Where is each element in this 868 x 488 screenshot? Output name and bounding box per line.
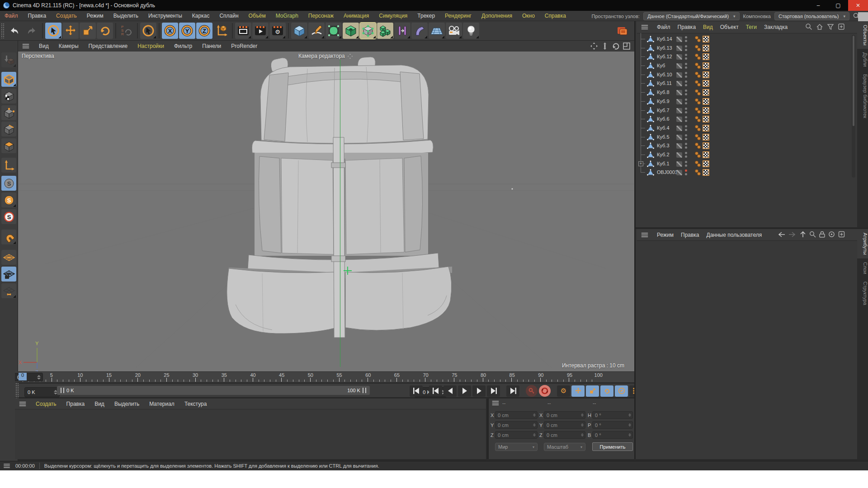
rotate-workplane-icon[interactable] bbox=[1, 283, 16, 298]
visibility-dots[interactable] bbox=[685, 143, 687, 149]
edit-state-icon[interactable] bbox=[676, 143, 682, 149]
move-tool-button[interactable] bbox=[62, 23, 79, 39]
uvw-tag-icon[interactable] bbox=[703, 125, 709, 131]
menu-item[interactable]: Файл bbox=[5, 13, 18, 19]
viewport-menu-item[interactable]: Вид bbox=[39, 43, 49, 49]
edit-state-icon[interactable] bbox=[676, 37, 682, 42]
visibility-dots[interactable] bbox=[685, 72, 687, 78]
object-name[interactable]: OBJ0001 bbox=[657, 169, 678, 175]
object-name[interactable]: Куб.14 bbox=[657, 36, 672, 42]
lock-y-axis-button[interactable]: Y bbox=[179, 23, 195, 39]
render-settings-button[interactable]: ⚙ bbox=[269, 23, 286, 39]
lock-workplane-icon[interactable] bbox=[1, 267, 16, 282]
phong-tag-icon[interactable] bbox=[694, 134, 701, 141]
home-icon[interactable] bbox=[816, 23, 823, 30]
render-to-picture-viewer-button[interactable] bbox=[252, 23, 269, 39]
go-to-end-button[interactable] bbox=[506, 385, 519, 397]
visibility-dots[interactable] bbox=[685, 116, 687, 122]
render-view-button[interactable] bbox=[235, 23, 251, 39]
visibility-dots[interactable] bbox=[685, 161, 687, 167]
phong-tag-icon[interactable] bbox=[694, 71, 701, 78]
uvw-tag-icon[interactable] bbox=[703, 151, 709, 158]
go-to-start-button[interactable] bbox=[410, 385, 423, 397]
polygon-object-icon[interactable] bbox=[647, 107, 654, 114]
object-name[interactable]: Куб.7 bbox=[657, 108, 670, 113]
visibility-dots[interactable] bbox=[685, 54, 687, 60]
object-manager-menu-icon[interactable] bbox=[642, 25, 648, 29]
phong-tag-icon[interactable] bbox=[694, 125, 701, 131]
object-row[interactable]: + Куб.4 bbox=[637, 124, 853, 133]
scale-z-field[interactable]: 0 cm bbox=[544, 431, 585, 439]
up-arrow-icon[interactable] bbox=[800, 231, 806, 238]
object-row[interactable]: + OBJ0001 bbox=[637, 168, 853, 177]
phong-tag-icon[interactable] bbox=[694, 116, 701, 122]
polygon-object-icon[interactable] bbox=[647, 36, 654, 42]
object-name[interactable]: Куб.10 bbox=[657, 72, 672, 77]
polygon-object-icon[interactable] bbox=[647, 142, 654, 149]
cloner-button[interactable] bbox=[377, 23, 393, 39]
visibility-dots[interactable] bbox=[685, 63, 687, 69]
menu-item[interactable]: Создать bbox=[56, 13, 77, 19]
object-row[interactable]: + Куб.14 bbox=[637, 35, 853, 44]
edit-state-icon[interactable] bbox=[676, 170, 682, 175]
object-row[interactable]: + Куб.7 bbox=[637, 106, 853, 115]
phong-tag-icon[interactable] bbox=[694, 151, 701, 158]
maximize-icon[interactable] bbox=[623, 42, 631, 50]
uvw-tag-icon[interactable] bbox=[703, 107, 709, 114]
object-name[interactable]: Куб.11 bbox=[657, 80, 672, 86]
viewport-menu-item[interactable]: Фильтр bbox=[174, 43, 192, 49]
rot-p-field[interactable]: 0 ° bbox=[592, 421, 633, 429]
object-name[interactable]: Куб.9 bbox=[657, 99, 670, 104]
go-to-next-key-button[interactable] bbox=[487, 385, 500, 397]
workplane-icon[interactable] bbox=[1, 250, 16, 265]
menu-item[interactable]: MoGraph bbox=[276, 13, 298, 19]
object-manager-menu-item[interactable]: Закладка bbox=[764, 24, 788, 30]
polygon-mode-icon[interactable] bbox=[1, 138, 16, 153]
play-button[interactable] bbox=[458, 385, 471, 397]
lock-z-axis-button[interactable]: Z bbox=[196, 23, 212, 39]
pos-z-field[interactable]: 0 cm bbox=[495, 431, 538, 439]
object-row[interactable]: + Куб.10 bbox=[637, 70, 853, 80]
close-button[interactable]: ✕ bbox=[848, 0, 868, 11]
object-manager-menu-item[interactable]: Объект bbox=[720, 24, 739, 30]
polygon-object-icon[interactable] bbox=[647, 169, 654, 176]
polygon-object-icon[interactable] bbox=[647, 89, 654, 96]
viewport-solo-off-icon[interactable]: S bbox=[1, 176, 16, 191]
edit-state-icon[interactable] bbox=[676, 46, 682, 51]
make-editable-icon[interactable] bbox=[1, 52, 16, 67]
edit-state-icon[interactable] bbox=[676, 117, 682, 122]
phong-tag-icon[interactable] bbox=[694, 45, 701, 52]
menu-item[interactable]: Трекер bbox=[417, 13, 435, 19]
menu-item[interactable]: Инструменты bbox=[148, 13, 182, 19]
pan-icon[interactable] bbox=[590, 42, 598, 50]
polygon-object-icon[interactable] bbox=[647, 151, 654, 158]
dock-tab[interactable]: Атрибуты bbox=[857, 229, 868, 258]
dock-tab[interactable]: Объекты bbox=[857, 21, 868, 49]
phong-tag-icon[interactable] bbox=[694, 80, 701, 87]
spline-pen-button[interactable] bbox=[308, 23, 325, 39]
orbit-icon[interactable] bbox=[612, 42, 620, 50]
viewport-canvas[interactable]: Y X Z Перспектива Камера редактора Интер… bbox=[18, 52, 634, 371]
edge-mode-icon[interactable] bbox=[1, 122, 16, 136]
attribute-manager-menu-item[interactable]: Режим bbox=[657, 232, 674, 238]
object-manager-menu-item[interactable]: Теги bbox=[746, 24, 757, 30]
dock-tab[interactable]: Слои bbox=[857, 258, 868, 278]
view-label[interactable]: Перспектива bbox=[22, 53, 54, 59]
material-menu-item[interactable]: Вид bbox=[94, 401, 104, 407]
visibility-dots[interactable] bbox=[685, 125, 687, 131]
go-to-next-frame-button[interactable] bbox=[472, 385, 486, 397]
autokeying-button[interactable] bbox=[539, 385, 551, 397]
live-selection-button[interactable] bbox=[45, 23, 61, 39]
polygon-object-icon[interactable] bbox=[647, 116, 654, 122]
object-row[interactable]: + Куб.2 bbox=[637, 150, 853, 160]
edit-state-icon[interactable] bbox=[676, 161, 682, 167]
attribute-manager-menu-item[interactable]: Данные пользователя bbox=[707, 232, 762, 238]
visibility-dots[interactable] bbox=[685, 45, 687, 51]
add-panel-icon[interactable] bbox=[838, 231, 845, 238]
material-menu-item[interactable]: Правка bbox=[66, 401, 85, 407]
bend-deformer-button[interactable] bbox=[411, 23, 428, 39]
visibility-dots[interactable] bbox=[685, 108, 687, 113]
menu-item[interactable]: Анимация bbox=[344, 13, 369, 19]
camera-button[interactable] bbox=[446, 23, 462, 39]
uvw-tag-icon[interactable] bbox=[703, 169, 709, 176]
